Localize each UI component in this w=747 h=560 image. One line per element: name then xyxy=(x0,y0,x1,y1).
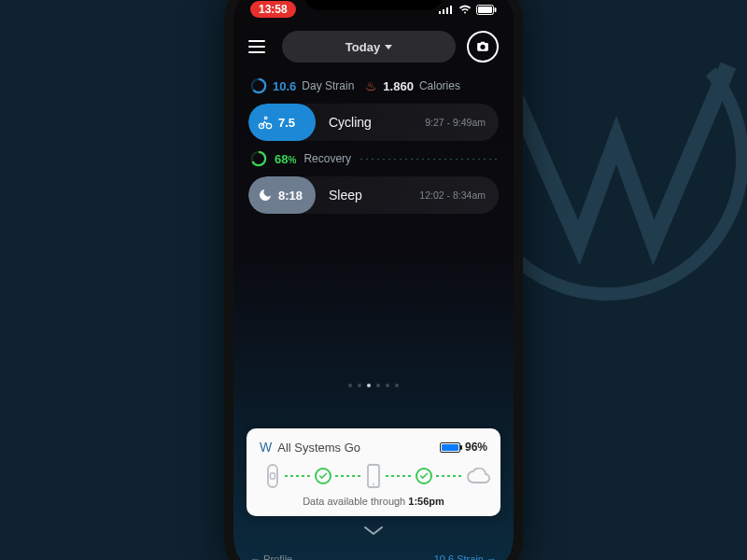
status-icons xyxy=(439,5,497,15)
sync-flow xyxy=(260,464,487,488)
svg-rect-3 xyxy=(446,7,448,14)
phone-device-icon xyxy=(365,464,382,488)
cycling-icon xyxy=(258,115,273,130)
sleep-name: Sleep xyxy=(329,188,419,203)
recovery-label: Recovery xyxy=(303,152,351,165)
strap-device-icon xyxy=(264,464,281,488)
svg-rect-1 xyxy=(439,11,441,14)
signal-icon xyxy=(439,5,454,14)
date-label: Today xyxy=(345,40,380,54)
sleep-duration: 8:18 xyxy=(278,189,303,203)
nav-left[interactable]: ← Profile xyxy=(250,553,292,560)
nav-right[interactable]: 10.6 Strain → xyxy=(434,553,497,560)
app-screen: 13:58 Today xyxy=(233,0,514,560)
recording-time-pill: 13:58 xyxy=(250,1,296,18)
recovery-ring-icon xyxy=(250,150,267,167)
page-indicator xyxy=(348,384,399,387)
check-icon xyxy=(315,468,331,484)
camera-button[interactable] xyxy=(467,31,499,63)
svg-rect-6 xyxy=(478,7,492,13)
activity-badge: 7.5 xyxy=(248,104,316,141)
status-time: 1:56pm xyxy=(408,496,444,507)
wifi-icon xyxy=(458,5,472,14)
strain-label: Day Strain xyxy=(302,79,354,92)
flame-icon: ♨ xyxy=(365,78,377,93)
date-selector[interactable]: Today xyxy=(282,31,456,63)
activity-time: 9:27 - 9:49am xyxy=(425,117,486,128)
check-icon xyxy=(416,468,432,484)
hamburger-icon xyxy=(248,40,265,42)
calories-value: 1.860 xyxy=(383,79,414,93)
bottom-nav: ← Profile 10.6 Strain → xyxy=(233,553,514,560)
activity-card-cycling[interactable]: 7.5 Cycling 9:27 - 9:49am xyxy=(248,104,499,141)
main-content: 10.6 Day Strain ♨ 1.860 Calories 7.5 Cyc… xyxy=(233,74,514,560)
status-message: Data available through 1:56pm xyxy=(260,496,487,507)
brand-mark-small: W xyxy=(260,440,270,455)
chevron-down-icon xyxy=(385,45,392,49)
svg-rect-7 xyxy=(495,7,497,12)
activity-score: 7.5 xyxy=(278,116,295,130)
day-metrics: 10.6 Day Strain ♨ 1.860 Calories xyxy=(250,77,499,94)
strain-ring-icon xyxy=(250,77,267,94)
system-status-card[interactable]: W All Systems Go 96% xyxy=(247,428,500,516)
collapse-button[interactable] xyxy=(363,525,384,537)
recovery-row[interactable]: 68% Recovery xyxy=(250,150,499,167)
status-bar: 13:58 xyxy=(233,0,514,23)
svg-point-11 xyxy=(266,123,271,128)
top-nav: Today xyxy=(233,23,514,74)
svg-point-17 xyxy=(373,483,374,485)
svg-rect-14 xyxy=(268,465,277,487)
moon-icon xyxy=(258,188,273,203)
svg-rect-4 xyxy=(450,6,452,14)
recovery-divider xyxy=(359,159,499,160)
calories-metric[interactable]: ♨ 1.860 Calories xyxy=(365,78,460,93)
strain-metric[interactable]: 10.6 Day Strain xyxy=(250,77,354,94)
menu-button[interactable] xyxy=(248,35,271,58)
recovery-percent: 68 xyxy=(275,152,288,166)
sleep-badge: 8:18 xyxy=(248,176,316,214)
battery-percent: 96% xyxy=(465,441,487,454)
camera-icon xyxy=(476,40,489,53)
cloud-icon xyxy=(466,468,483,484)
strain-value: 10.6 xyxy=(273,79,296,93)
svg-rect-15 xyxy=(271,473,275,479)
battery-icon xyxy=(440,442,460,453)
svg-rect-2 xyxy=(443,9,444,14)
device-battery: 96% xyxy=(440,441,487,454)
status-title: All Systems Go xyxy=(277,441,360,455)
sleep-card[interactable]: 8:18 Sleep 12:02 - 8:34am xyxy=(248,176,499,214)
calories-label: Calories xyxy=(419,79,460,92)
recovery-percent-suffix: % xyxy=(288,155,296,165)
battery-icon xyxy=(476,5,497,15)
sleep-time: 12:02 - 8:34am xyxy=(419,189,486,201)
activity-name: Cycling xyxy=(329,115,425,130)
chevron-down-icon xyxy=(363,525,384,537)
device-frame: 13:58 Today xyxy=(224,0,523,560)
